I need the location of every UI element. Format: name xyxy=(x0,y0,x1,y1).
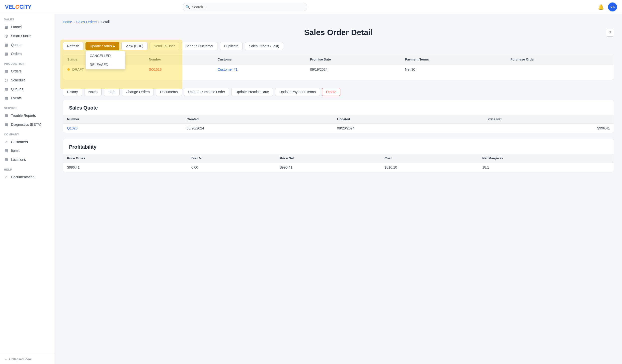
logo[interactable]: VELOCITY xyxy=(5,4,31,10)
sales-quote-row: Q1020 08/20/2024 08/20/2024 $996.41 xyxy=(63,124,614,133)
order-number-link[interactable]: SO1015 xyxy=(149,67,161,71)
update-status-button[interactable]: Update Status ▸ xyxy=(85,42,119,50)
col-purchase-order: Purchase Order xyxy=(506,55,614,64)
send-to-user-button[interactable]: Send To User xyxy=(150,42,179,50)
sq-col-price-net: Price Net xyxy=(483,115,614,124)
trouble-reports-icon: ▦ xyxy=(4,113,8,118)
sidebar-label-events: Events xyxy=(11,96,22,100)
help-button[interactable]: ? xyxy=(606,29,614,37)
queues-icon: ▦ xyxy=(4,87,8,91)
col-customer: Customer xyxy=(214,55,306,64)
sidebar-item-events[interactable]: ▦ Events xyxy=(0,94,55,103)
update-status-arrow-icon: ▸ xyxy=(113,44,115,48)
prof-col-margin: Net Margin % xyxy=(478,154,614,163)
sales-quote-title: Sales Quote xyxy=(63,100,614,115)
profitability-header-row: Price Gross Disc % Price Net Cost Net Ma… xyxy=(63,154,614,163)
notification-icon[interactable]: 🔔 xyxy=(598,4,604,10)
breadcrumb-sep-2: › xyxy=(98,20,99,24)
events-icon: ▦ xyxy=(4,96,8,100)
search-bar: 🔍 xyxy=(183,3,307,11)
toolbar: Refresh Update Status ▸ CANCELLED RELEAS… xyxy=(63,42,614,50)
sidebar-item-trouble-reports[interactable]: ▦ Trouble Reports xyxy=(0,111,55,120)
view-pdf-button[interactable]: View (PDF) xyxy=(121,42,148,50)
sq-created: 08/20/2024 xyxy=(183,124,333,133)
update-payment-terms-button[interactable]: Update Payment Terms xyxy=(275,88,320,96)
documents-button[interactable]: Documents xyxy=(156,88,182,96)
sales-quote-table: Number Created Updated Price Net Q1020 0… xyxy=(63,115,614,133)
sq-col-created: Created xyxy=(183,115,333,124)
sidebar-item-smart-quote[interactable]: ◎ Smart Quote xyxy=(0,31,55,40)
sidebar-item-documentation[interactable]: ⌂ Documentation xyxy=(0,173,55,181)
prof-disc: 0.00 xyxy=(187,163,276,172)
prof-price-gross: $996.41 xyxy=(63,163,187,172)
sidebar-item-funnel[interactable]: ▦ Funnel xyxy=(0,22,55,31)
tags-button[interactable]: Tags xyxy=(104,88,120,96)
sidebar-item-quotes[interactable]: ▦ Quotes xyxy=(0,40,55,49)
sidebar-item-customers[interactable]: ⌂ Customers xyxy=(0,137,55,146)
dropdown-item-released[interactable]: RELEASED xyxy=(86,60,125,69)
prof-col-disc: Disc % xyxy=(187,154,276,163)
funnel-icon: ▦ xyxy=(4,25,8,29)
change-orders-button[interactable]: Change Orders xyxy=(122,88,154,96)
breadcrumb-current: Detail xyxy=(101,20,110,24)
search-input[interactable] xyxy=(183,3,307,11)
cell-promise-date: 09/19/2024 xyxy=(306,64,401,75)
collapsed-view-link[interactable]: ← Collapsed View xyxy=(4,357,51,361)
history-button[interactable]: History xyxy=(63,88,82,96)
sidebar-label-schedule: Schedule xyxy=(11,78,25,82)
customer-link[interactable]: Customer #1 xyxy=(218,67,237,71)
page-title: Sales Order Detail xyxy=(63,28,614,37)
quote-number-link[interactable]: Q1020 xyxy=(67,126,78,130)
sales-orders-last-button[interactable]: Sales Orders (Last) xyxy=(245,42,283,50)
update-status-menu: CANCELLED RELEASED xyxy=(85,51,125,69)
sidebar-item-items[interactable]: ▦ Items xyxy=(0,146,55,155)
sidebar-item-orders-sales[interactable]: ▦ Orders xyxy=(0,49,55,58)
breadcrumb-sales-orders[interactable]: Sales Orders xyxy=(76,20,97,24)
sq-number[interactable]: Q1020 xyxy=(63,124,183,133)
sidebar-label-quotes: Quotes xyxy=(11,43,22,47)
order-table-wrapper: Status Number Customer Promise Date Paym… xyxy=(63,54,614,80)
sidebar-label-trouble-reports: Trouble Reports xyxy=(11,114,36,118)
prod-orders-icon: ▦ xyxy=(4,69,8,73)
delete-button[interactable]: Delete xyxy=(322,88,340,96)
refresh-button[interactable]: Refresh xyxy=(63,42,83,50)
col-promise-date: Promise Date xyxy=(306,55,401,64)
update-purchase-order-button[interactable]: Update Purchase Order xyxy=(184,88,229,96)
sidebar-item-locations[interactable]: ▦ Locations xyxy=(0,155,55,164)
sidebar-item-schedule[interactable]: ◎ Schedule xyxy=(0,76,55,85)
schedule-icon: ◎ xyxy=(4,78,8,82)
sidebar-section-service: SERVICE xyxy=(0,103,55,111)
sidebar-item-prod-orders[interactable]: ▦ Orders xyxy=(0,67,55,76)
cell-payment-terms: Net 30 xyxy=(401,64,506,75)
notes-button[interactable]: Notes xyxy=(84,88,102,96)
sidebar-label-locations: Locations xyxy=(11,158,26,162)
sidebar-item-queues[interactable]: ▦ Queues xyxy=(0,85,55,94)
sales-quote-section: Sales Quote Number Created Updated Price… xyxy=(63,100,614,133)
sidebar-item-diagnostics[interactable]: ▦ Diagnostics (BETA) xyxy=(0,120,55,129)
dropdown-item-cancelled[interactable]: CANCELLED xyxy=(86,51,125,60)
cell-purchase-order xyxy=(506,64,614,75)
status-dot xyxy=(67,68,70,71)
cell-number[interactable]: SO1015 xyxy=(145,64,214,75)
sq-updated: 08/20/2024 xyxy=(333,124,484,133)
orders-sales-icon: ▦ xyxy=(4,52,8,56)
cell-customer: Customer #1 xyxy=(214,64,306,75)
duplicate-button[interactable]: Duplicate xyxy=(220,42,243,50)
sidebar-label-items: Items xyxy=(11,149,19,153)
diagnostics-icon: ▦ xyxy=(4,122,8,127)
prof-col-price-gross: Price Gross xyxy=(63,154,187,163)
sidebar: SALES ▦ Funnel ◎ Smart Quote ▦ Quotes ▦ … xyxy=(0,14,55,364)
avatar[interactable]: VS xyxy=(608,2,617,11)
sidebar-label-smart-quote: Smart Quote xyxy=(11,34,31,38)
breadcrumb-home[interactable]: Home xyxy=(63,20,72,24)
prof-col-cost: Cost xyxy=(381,154,478,163)
sq-col-updated: Updated xyxy=(333,115,484,124)
send-to-customer-button[interactable]: Send to Customer xyxy=(181,42,218,50)
sidebar-label-prod-orders: Orders xyxy=(11,69,22,73)
locations-icon: ▦ xyxy=(4,157,8,162)
profitability-table: Price Gross Disc % Price Net Cost Net Ma… xyxy=(63,154,614,172)
order-table-header-row: Status Number Customer Promise Date Paym… xyxy=(63,55,614,64)
items-icon: ▦ xyxy=(4,148,8,153)
update-promise-date-button[interactable]: Update Promise Date xyxy=(231,88,273,96)
search-icon: 🔍 xyxy=(186,5,190,9)
